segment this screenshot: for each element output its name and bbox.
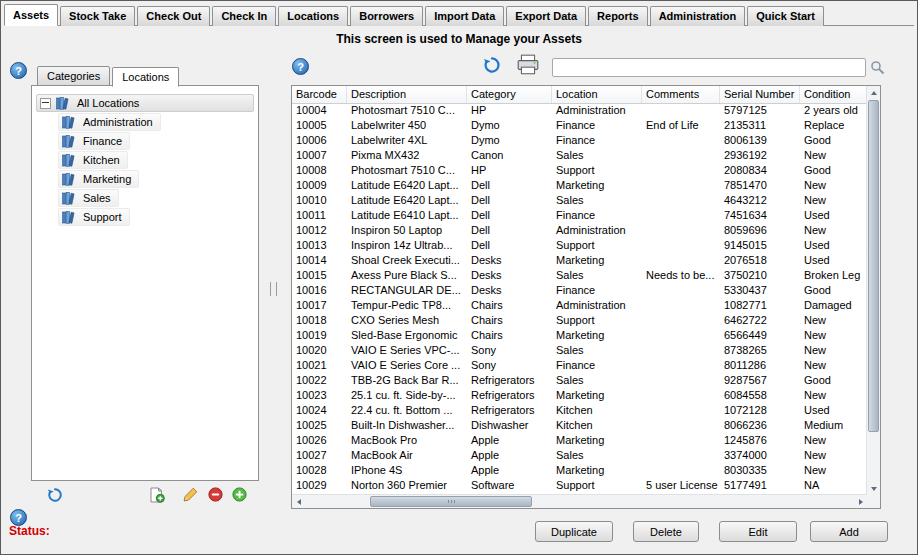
tab-locations[interactable]: Locations: [278, 6, 348, 26]
delete-button[interactable]: Delete: [633, 521, 699, 542]
edit-pencil-icon[interactable]: [183, 487, 198, 502]
cell-description: Sled-Base Ergonomic: [347, 328, 467, 343]
tree-item-administration[interactable]: Administration: [58, 113, 161, 131]
tab-check-out[interactable]: Check Out: [137, 6, 210, 26]
tree-item-finance[interactable]: Finance: [58, 132, 130, 150]
cell-location: Marketing: [552, 253, 642, 268]
tree-item-label: Administration: [83, 116, 153, 128]
vertical-scrollbar[interactable]: [866, 86, 880, 495]
column-header-serial-number[interactable]: Serial Number: [720, 86, 800, 103]
tab-assets[interactable]: Assets: [4, 4, 58, 26]
tab-administration[interactable]: Administration: [650, 6, 746, 26]
table-row[interactable]: 10017 Tempur-Pedic TP8... Chairs Adminis…: [292, 298, 867, 313]
cell-description: Labelwriter 450: [347, 118, 467, 133]
tree-item-sales[interactable]: Sales: [58, 189, 119, 207]
table-row[interactable]: 10010 Latitude E6420 Lapt... Dell Sales …: [292, 193, 867, 208]
table-row[interactable]: 10009 Latitude E6420 Lapt... Dell Market…: [292, 178, 867, 193]
remove-icon[interactable]: [208, 487, 223, 502]
table-row[interactable]: 10019 Sled-Base Ergonomic Chairs Marketi…: [292, 328, 867, 343]
column-header-location[interactable]: Location: [552, 86, 642, 103]
cell-category: Sony: [467, 343, 552, 358]
add-button[interactable]: Add: [810, 521, 888, 542]
table-row[interactable]: 10008 Photosmart 7510 C... HP Support 20…: [292, 163, 867, 178]
tab-quick-start[interactable]: Quick Start: [747, 6, 824, 26]
table-row[interactable]: 10015 Axess Pure Black S... Desks Sales …: [292, 268, 867, 283]
cell-serial-number: 9145015: [720, 238, 800, 253]
table-row[interactable]: 10027 MacBook Air Apple Sales 3374000 Ne…: [292, 448, 867, 463]
tab-categories[interactable]: Categories: [37, 66, 110, 86]
table-row[interactable]: 10025 Built-In Dishwasher... Dishwasher …: [292, 418, 867, 433]
edit-button[interactable]: Edit: [719, 521, 797, 542]
tree-item-kitchen[interactable]: Kitchen: [58, 151, 128, 169]
cell-comments: [642, 313, 720, 328]
cell-location: Kitchen: [552, 403, 642, 418]
cell-category: Refrigerators: [467, 388, 552, 403]
tab-import-data[interactable]: Import Data: [425, 6, 504, 26]
search-icon[interactable]: [870, 60, 885, 75]
table-row[interactable]: 10022 TBB-2G Back Bar R... Refrigerators…: [292, 373, 867, 388]
cell-location: Finance: [552, 283, 642, 298]
printer-icon[interactable]: [516, 54, 540, 76]
tab-borrowers[interactable]: Borrowers: [350, 6, 423, 26]
table-row[interactable]: 10011 Latitude E6410 Lapt... Dell Financ…: [292, 208, 867, 223]
table-row[interactable]: 10029 Norton 360 Premier Software Suppor…: [292, 478, 867, 493]
table-row[interactable]: 10028 IPhone 4S Apple Marketing 8030335 …: [292, 463, 867, 478]
table-row[interactable]: 10024 22.4 cu. ft. Bottom ... Refrigerat…: [292, 403, 867, 418]
tab-locations-panel[interactable]: Locations: [112, 67, 179, 87]
table-row[interactable]: 10005 Labelwriter 450 Dymo Finance End o…: [292, 118, 867, 133]
new-record-icon[interactable]: [149, 487, 165, 503]
column-header-description[interactable]: Description: [347, 86, 467, 103]
cell-serial-number: 8066236: [720, 418, 800, 433]
column-header-condition[interactable]: Condition: [800, 86, 866, 103]
help-icon[interactable]: ?: [10, 62, 27, 79]
cell-comments: [642, 388, 720, 403]
add-icon[interactable]: [232, 487, 247, 502]
cell-condition: Medium: [800, 418, 866, 433]
table-row[interactable]: 10014 Shoal Creek Executi... Desks Marke…: [292, 253, 867, 268]
column-header-comments[interactable]: Comments: [642, 86, 720, 103]
column-header-barcode[interactable]: Barcode: [292, 86, 347, 103]
table-row[interactable]: 10012 Inspiron 50 Laptop Dell Administra…: [292, 223, 867, 238]
collapse-icon[interactable]: [40, 98, 51, 109]
scroll-left-button[interactable]: [292, 495, 305, 508]
tree-item-support[interactable]: Support: [58, 208, 130, 226]
scroll-up-button[interactable]: [867, 86, 880, 99]
tree-item-marketing[interactable]: Marketing: [58, 170, 139, 188]
cell-serial-number: 1082771: [720, 298, 800, 313]
table-row[interactable]: 10007 Pixma MX432 Canon Sales 2936192 Ne…: [292, 148, 867, 163]
scroll-down-button[interactable]: [867, 482, 880, 495]
table-row[interactable]: 10021 VAIO E Series Core ... Sony Financ…: [292, 358, 867, 373]
table-row[interactable]: 10013 Inspiron 14z Ultrab... Dell Suppor…: [292, 238, 867, 253]
horizontal-scrollbar[interactable]: [292, 494, 867, 508]
duplicate-button[interactable]: Duplicate: [535, 521, 613, 542]
cell-barcode: 10016: [292, 283, 347, 298]
cell-description: Inspiron 50 Laptop: [347, 223, 467, 238]
vertical-scroll-thumb[interactable]: [868, 100, 879, 432]
scrollbar-corner: [867, 495, 880, 508]
table-row[interactable]: 10023 25.1 cu. ft. Side-by-... Refrigera…: [292, 388, 867, 403]
tree-item-all-locations[interactable]: All Locations: [36, 94, 254, 112]
column-header-category[interactable]: Category: [467, 86, 552, 103]
table-row[interactable]: 10006 Labelwriter 4XL Dymo Finance 80061…: [292, 133, 867, 148]
panel-splitter[interactable]: [270, 282, 277, 296]
cell-condition: New: [800, 148, 866, 163]
tab-reports[interactable]: Reports: [588, 6, 648, 26]
table-row[interactable]: 10004 Photosmart 7510 C... HP Administra…: [292, 103, 867, 118]
cell-barcode: 10022: [292, 373, 347, 388]
table-row[interactable]: 10018 CXO Series Mesh Chairs Support 646…: [292, 313, 867, 328]
table-row[interactable]: 10020 VAIO E Series VPC-... Sony Sales 8…: [292, 343, 867, 358]
tab-check-in[interactable]: Check In: [212, 6, 276, 26]
refresh-icon[interactable]: [483, 56, 501, 74]
table-row[interactable]: 10026 MacBook Pro Apple Marketing 124587…: [292, 433, 867, 448]
tree-item-label: Finance: [83, 135, 122, 147]
refresh-icon[interactable]: [47, 487, 63, 503]
horizontal-scroll-thumb[interactable]: [370, 496, 532, 507]
tab-stock-take[interactable]: Stock Take: [60, 6, 135, 26]
tab-export-data[interactable]: Export Data: [506, 6, 586, 26]
scroll-right-button[interactable]: [854, 495, 867, 508]
search-input[interactable]: [552, 58, 866, 77]
help-icon[interactable]: ?: [292, 58, 309, 75]
cell-serial-number: 7451634: [720, 208, 800, 223]
table-row[interactable]: 10016 RECTANGULAR DE... Desks Finance 53…: [292, 283, 867, 298]
tree-item-label: Kitchen: [83, 154, 120, 166]
